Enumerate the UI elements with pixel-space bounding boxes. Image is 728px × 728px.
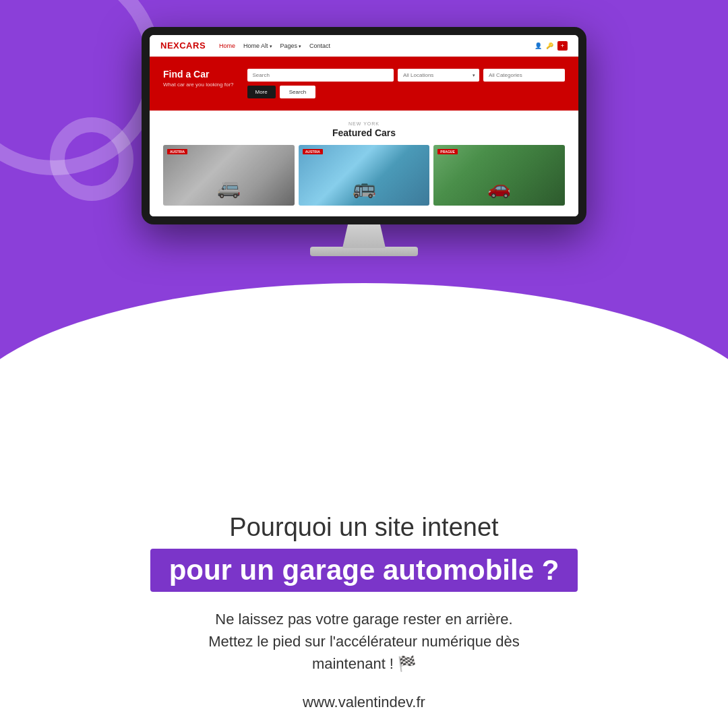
website-url[interactable]: www.valentindev.fr [303, 694, 425, 711]
car-card-3[interactable]: PRAGUE 🚗 [433, 145, 565, 206]
search-area: ▾ More Search [247, 69, 566, 98]
search-input[interactable] [247, 69, 394, 82]
monitor-stand [337, 224, 391, 248]
tagline-line2: pour un garage automobile ? [169, 554, 559, 586]
car-silhouette-1: 🚐 [217, 177, 241, 199]
key-icon[interactable]: 🔑 [546, 42, 553, 49]
hero-section: Find a Car What car are you looking for?… [150, 57, 578, 111]
nav-icons: 👤 🔑 + [535, 41, 568, 51]
monitor-screen: NEXCARS Home Home Alt Pages Contact 👤 🔑 … [150, 35, 578, 216]
logo-nex: NEX [160, 40, 179, 51]
location-dropdown[interactable]: ▾ [398, 69, 479, 82]
search-button[interactable]: Search [280, 86, 315, 98]
nav-contact[interactable]: Contact [309, 42, 330, 49]
bottom-section: Pourquoi un site intenet pour un garage … [0, 418, 728, 728]
top-section: NEXCARS Home Home Alt Pages Contact 👤 🔑 … [0, 0, 728, 418]
arc-decoration [0, 283, 728, 418]
hero-title: Find a Car [163, 69, 234, 80]
more-button[interactable]: More [247, 86, 276, 98]
monitor-mockup: NEXCARS Home Home Alt Pages Contact 👤 🔑 … [142, 27, 586, 256]
category-input[interactable] [483, 69, 565, 82]
car-label-3: PRAGUE [437, 149, 457, 154]
car-silhouette-3: 🚗 [487, 177, 511, 199]
website-navbar: NEXCARS Home Home Alt Pages Contact 👤 🔑 … [150, 35, 578, 57]
nav-links: Home Home Alt Pages Contact [219, 42, 330, 49]
location-arrow: ▾ [473, 73, 475, 78]
hero-subtitle: What car are you looking for? [163, 82, 234, 88]
site-logo: NEXCARS [160, 40, 206, 51]
search-row-2: More Search [247, 86, 566, 98]
user-icon[interactable]: 👤 [535, 42, 542, 49]
cars-grid: AUSTRIA 🚐 AUSTRIA 🚌 PRAGUE 🚗 [163, 145, 565, 206]
speech-bubble-decoration [0, 0, 162, 175]
car-card-2[interactable]: AUSTRIA 🚌 [299, 145, 430, 206]
monitor-base [310, 247, 418, 256]
description-text: Ne laissez pas votre garage rester en ar… [208, 608, 520, 675]
monitor-body: NEXCARS Home Home Alt Pages Contact 👤 🔑 … [142, 27, 586, 224]
hero-text: Find a Car What car are you looking for? [163, 69, 234, 88]
featured-section: NEW YORK Featured Cars AUSTRIA 🚐 AUSTRIA… [150, 111, 578, 216]
location-input[interactable] [398, 69, 479, 82]
nav-home[interactable]: Home [219, 42, 235, 49]
logo-cars: CARS [179, 40, 206, 51]
search-row-1: ▾ [247, 69, 566, 82]
nav-pages[interactable]: Pages [280, 42, 301, 49]
car-label-2: AUSTRIA [303, 149, 323, 154]
featured-title: Featured Cars [163, 127, 565, 138]
car-card-1[interactable]: AUSTRIA 🚐 [163, 145, 295, 206]
tagline-highlight: pour un garage automobile ? [150, 549, 578, 592]
plus-button[interactable]: + [557, 41, 568, 51]
featured-label: NEW YORK [163, 121, 565, 126]
page-container: NEXCARS Home Home Alt Pages Contact 👤 🔑 … [0, 0, 728, 728]
nav-home-alt[interactable]: Home Alt [243, 42, 272, 49]
car-silhouette-2: 🚌 [353, 177, 376, 199]
car-label-1: AUSTRIA [167, 149, 187, 154]
tagline-line1: Pourquoi un site intenet [229, 512, 498, 543]
